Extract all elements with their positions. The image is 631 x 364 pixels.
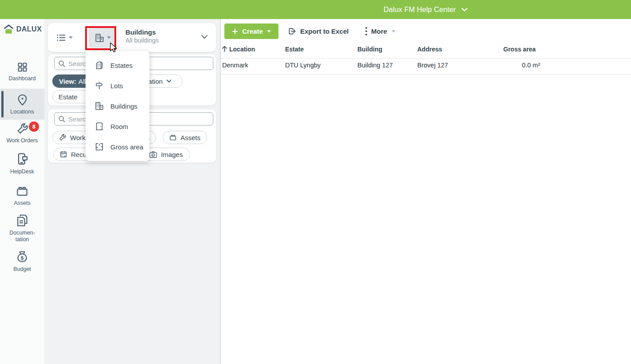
list-view-icon bbox=[56, 34, 67, 42]
menu-item-estates[interactable]: Estates bbox=[86, 55, 149, 75]
sidebar-item-documentation[interactable]: Documen-tation bbox=[0, 213, 44, 245]
menu-item-label: Gross area bbox=[110, 143, 143, 151]
documents-icon bbox=[16, 213, 29, 227]
menu-item-label: Estates bbox=[110, 62, 133, 69]
sidebar-item-label: Dashboard bbox=[5, 75, 39, 82]
list-view-button[interactable] bbox=[56, 34, 73, 42]
chip-label: Assets bbox=[180, 134, 200, 141]
menu-item-room[interactable]: Room bbox=[86, 116, 149, 137]
signpost-icon bbox=[94, 81, 104, 90]
sidebar-item-label: Assets bbox=[5, 200, 39, 207]
view-chip-label: View: bbox=[59, 78, 76, 85]
column-header-gross-area[interactable]: Gross area bbox=[503, 46, 536, 53]
cell-estate: DTU Lyngby bbox=[285, 62, 321, 69]
view-chip-value: All bbox=[78, 78, 86, 85]
images-chip[interactable]: Images bbox=[143, 148, 190, 161]
sidebar-item-dashboard[interactable]: Dashboard bbox=[0, 61, 44, 86]
create-button-label: Create bbox=[242, 27, 263, 35]
view-subtitle: All buildings bbox=[125, 37, 159, 44]
table-divider bbox=[221, 74, 631, 74]
door-icon bbox=[94, 121, 104, 131]
wrench-icon bbox=[59, 133, 67, 141]
menu-item-label: Room bbox=[110, 123, 128, 130]
caret-down-icon bbox=[107, 36, 111, 39]
dashboard-grid-icon bbox=[16, 61, 28, 73]
location-type-button[interactable] bbox=[89, 27, 116, 48]
chip-label: Work bbox=[70, 134, 86, 141]
chevron-down-icon[interactable] bbox=[201, 35, 208, 39]
sidebar-item-label: Budget bbox=[5, 266, 39, 273]
sidebar-item-label: Locations bbox=[5, 109, 39, 115]
view-selector-card: Buildings All buildings bbox=[48, 23, 216, 52]
sidebar-item-label: Work Orders bbox=[5, 137, 39, 144]
view-title: Buildings bbox=[125, 28, 159, 36]
svg-text:$: $ bbox=[21, 255, 24, 261]
location-type-menu: Estates Lots Buildings Room Gross area bbox=[86, 51, 149, 161]
estate-chip-label: Estate bbox=[59, 93, 78, 101]
menu-item-lots[interactable]: Lots bbox=[86, 75, 149, 96]
assets-chip[interactable]: Assets bbox=[163, 131, 207, 144]
export-button-label: Export to Excel bbox=[300, 27, 349, 35]
sidebar-item-helpdesk[interactable]: HelpDesk bbox=[0, 152, 44, 178]
caret-down-icon bbox=[392, 30, 396, 33]
floor-plan-icon bbox=[94, 142, 104, 152]
sidebar: DALUX Dashboard Locations 8 Work Orders … bbox=[0, 19, 44, 364]
plus-icon bbox=[232, 28, 238, 35]
caret-down-icon bbox=[267, 30, 271, 33]
sidebar-item-work-orders[interactable]: 8 Work Orders bbox=[0, 122, 44, 147]
assets-box-icon bbox=[169, 133, 177, 141]
sidebar-item-locations[interactable]: Locations bbox=[0, 89, 44, 120]
cell-gross-area: 0.0 m² bbox=[503, 62, 540, 69]
chevron-down-icon bbox=[461, 8, 468, 12]
table-divider bbox=[221, 58, 631, 59]
estate-house-icon bbox=[94, 60, 104, 70]
more-button-label: More bbox=[371, 27, 387, 35]
column-header-location[interactable]: Location bbox=[229, 46, 255, 53]
chip-label: Images bbox=[161, 151, 183, 158]
top-bar: Dalux FM Help Center bbox=[0, 0, 631, 19]
column-header-estate[interactable]: Estate bbox=[285, 46, 304, 53]
chevron-down-icon bbox=[166, 79, 172, 83]
search-icon bbox=[58, 115, 66, 123]
search-icon bbox=[58, 60, 66, 67]
menu-item-gross-area[interactable]: Gross area bbox=[86, 137, 149, 157]
sidebar-item-budget[interactable]: $ Budget bbox=[0, 250, 44, 277]
menu-item-buildings[interactable]: Buildings bbox=[86, 96, 149, 116]
column-header-building[interactable]: Building bbox=[357, 46, 382, 53]
logo-text: DALUX bbox=[16, 25, 42, 33]
sidebar-item-label: HelpDesk bbox=[5, 168, 39, 175]
helpdesk-phone-icon bbox=[16, 152, 29, 166]
export-to-excel-button[interactable]: Export to Excel bbox=[287, 23, 349, 39]
building-icon bbox=[94, 33, 105, 43]
more-button[interactable]: More bbox=[365, 23, 396, 39]
kebab-menu-icon bbox=[365, 27, 368, 36]
wrench-icon bbox=[16, 122, 29, 135]
sidebar-item-label: Documen-tation bbox=[5, 230, 39, 243]
view-title-block[interactable]: Buildings All buildings bbox=[125, 28, 159, 44]
dalux-logo[interactable]: DALUX bbox=[0, 23, 44, 35]
help-center-dropdown[interactable]: Dalux FM Help Center bbox=[220, 0, 631, 19]
sort-ascending-icon bbox=[221, 45, 228, 52]
assets-box-icon bbox=[16, 184, 29, 198]
camera-icon bbox=[149, 151, 157, 158]
cell-building: Building 127 bbox=[357, 62, 393, 69]
caret-down-icon bbox=[69, 36, 73, 39]
money-bag-icon: $ bbox=[16, 250, 29, 264]
column-header-address[interactable]: Address bbox=[417, 46, 442, 53]
sidebar-item-assets[interactable]: Assets bbox=[0, 184, 44, 208]
cell-location: Denmark bbox=[222, 62, 248, 69]
recurring-calendar-icon bbox=[59, 150, 67, 158]
menu-item-label: Buildings bbox=[110, 102, 137, 110]
selected-indicator bbox=[1, 91, 4, 117]
panel-divider bbox=[220, 19, 221, 364]
help-center-title: Dalux FM Help Center bbox=[384, 5, 456, 14]
dalux-house-icon bbox=[3, 23, 15, 35]
location-pin-icon bbox=[16, 94, 29, 106]
cell-address: Brovej 127 bbox=[417, 62, 448, 69]
main-content: Create Export to Excel More Location Est… bbox=[221, 19, 631, 364]
export-icon bbox=[287, 27, 297, 36]
menu-item-label: Lots bbox=[110, 82, 123, 90]
create-button[interactable]: Create bbox=[224, 23, 278, 39]
work-orders-badge: 8 bbox=[29, 121, 39, 132]
building-icon bbox=[94, 101, 104, 111]
